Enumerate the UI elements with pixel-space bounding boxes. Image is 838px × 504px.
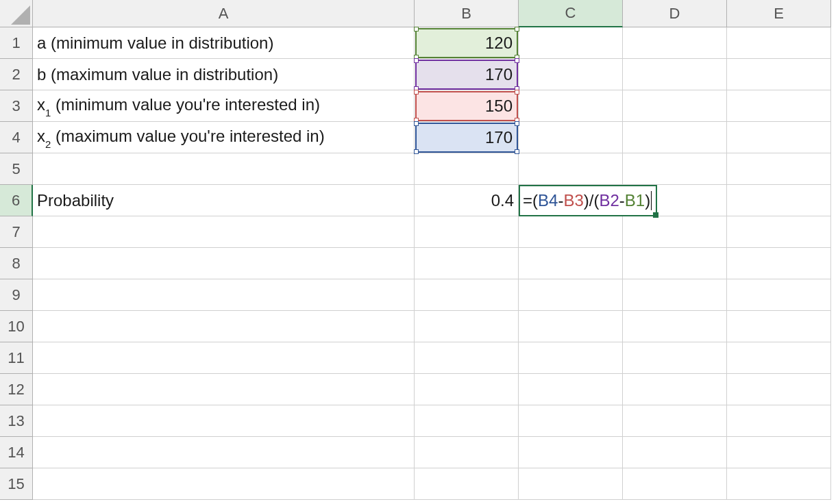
cell-D4[interactable] [623,122,727,153]
cell-D5[interactable] [623,153,727,185]
row-header-3[interactable]: 3 [0,90,33,122]
cell-A9[interactable] [33,279,415,311]
cell-C5[interactable] [519,153,623,185]
cell-content: b (maximum value in distribution) [37,65,278,84]
cell-E6[interactable] [727,185,831,216]
cell-D10[interactable] [623,311,727,342]
cell-E11[interactable] [727,342,831,374]
cell-C12[interactable] [519,374,623,405]
cell-E2[interactable] [727,59,831,90]
cell-C15[interactable] [519,468,623,500]
cell-A2[interactable]: b (maximum value in distribution) [33,59,415,90]
cell-B13[interactable] [415,405,519,437]
cell-E15[interactable] [727,468,831,500]
cell-B6[interactable]: 0.4 [415,185,519,216]
cell-D7[interactable] [623,216,727,248]
cell-C2[interactable] [519,59,623,90]
cell-A10[interactable] [33,311,415,342]
cell-C7[interactable] [519,216,623,248]
cell-E7[interactable] [727,216,831,248]
cell-D12[interactable] [623,374,727,405]
cell-A6[interactable]: Probability [33,185,415,216]
cell-E1[interactable] [727,27,831,59]
cell-D8[interactable] [623,248,727,279]
cell-E13[interactable] [727,405,831,437]
row-header-7[interactable]: 7 [0,216,33,248]
cell-A13[interactable] [33,405,415,437]
cell-C13[interactable] [519,405,623,437]
col-header-b[interactable]: B [415,0,519,27]
col-header-e[interactable]: E [727,0,831,27]
row-header-4[interactable]: 4 [0,122,33,153]
svg-marker-0 [11,5,30,25]
cell-A1[interactable]: a (minimum value in distribution) [33,27,415,59]
cell-E4[interactable] [727,122,831,153]
cell-D3[interactable] [623,90,727,122]
col-header-d[interactable]: D [623,0,727,27]
cell-D14[interactable] [623,437,727,468]
cell-C14[interactable] [519,437,623,468]
row-header-15[interactable]: 15 [0,468,33,500]
cell-A11[interactable] [33,342,415,374]
cell-B15[interactable] [415,468,519,500]
cell-A8[interactable] [33,248,415,279]
row-header-5[interactable]: 5 [0,153,33,185]
col-header-c[interactable]: C [519,0,623,27]
cell-C9[interactable] [519,279,623,311]
cell-C8[interactable] [519,248,623,279]
row-header-6[interactable]: 6 [0,185,33,216]
cell-content: a (minimum value in distribution) [37,34,273,53]
cell-C10[interactable] [519,311,623,342]
cell-content: x1 (minimum value you're interested in) [37,95,320,116]
cell-D13[interactable] [623,405,727,437]
select-all-corner[interactable] [0,0,33,27]
row-headers: 123456789101112131415 [0,27,33,500]
cell-B2[interactable]: 170 [415,59,519,90]
cell-B14[interactable] [415,437,519,468]
cell-B11[interactable] [415,342,519,374]
cell-D1[interactable] [623,27,727,59]
cell-B1[interactable]: 120 [415,27,519,59]
cell-A15[interactable] [33,468,415,500]
cell-D9[interactable] [623,279,727,311]
cell-A3[interactable]: x1 (minimum value you're interested in) [33,90,415,122]
row-header-14[interactable]: 14 [0,437,33,468]
cell-A4[interactable]: x2 (maximum value you're interested in) [33,122,415,153]
cell-B10[interactable] [415,311,519,342]
cell-C4[interactable] [519,122,623,153]
row-header-10[interactable]: 10 [0,311,33,342]
cell-E14[interactable] [727,437,831,468]
cell-E12[interactable] [727,374,831,405]
row-header-11[interactable]: 11 [0,342,33,374]
cell-B7[interactable] [415,216,519,248]
cell-B12[interactable] [415,374,519,405]
cell-A5[interactable] [33,153,415,185]
cell-B9[interactable] [415,279,519,311]
col-header-a[interactable]: A [33,0,415,27]
cell-D2[interactable] [623,59,727,90]
formula-edit-input[interactable]: =(B4-B3)/(B2-B1) [520,186,654,216]
cell-E8[interactable] [727,248,831,279]
row-header-13[interactable]: 13 [0,405,33,437]
cell-D11[interactable] [623,342,727,374]
cell-C3[interactable] [519,90,623,122]
cell-A12[interactable] [33,374,415,405]
cell-B3[interactable]: 150 [415,90,519,122]
cell-C1[interactable] [519,27,623,59]
row-header-9[interactable]: 9 [0,279,33,311]
row-header-1[interactable]: 1 [0,27,33,59]
cell-E5[interactable] [727,153,831,185]
cell-A14[interactable] [33,437,415,468]
cell-C11[interactable] [519,342,623,374]
row-header-8[interactable]: 8 [0,248,33,279]
cell-E3[interactable] [727,90,831,122]
cell-A7[interactable] [33,216,415,248]
cell-E10[interactable] [727,311,831,342]
cell-E9[interactable] [727,279,831,311]
cell-B4[interactable]: 170 [415,122,519,153]
row-header-2[interactable]: 2 [0,59,33,90]
cell-D15[interactable] [623,468,727,500]
row-header-12[interactable]: 12 [0,374,33,405]
cell-B5[interactable] [415,153,519,185]
cell-B8[interactable] [415,248,519,279]
